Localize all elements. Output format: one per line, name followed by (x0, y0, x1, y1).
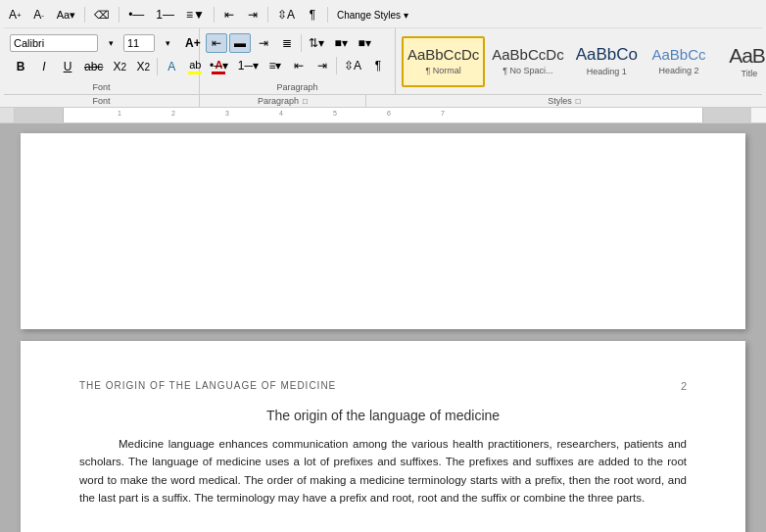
numbered-list-btn[interactable]: 1— (151, 4, 179, 25)
font-size-increase-btn[interactable]: A+ (4, 4, 26, 25)
doc-body: Medicine language enhances communication… (79, 435, 687, 508)
superscript-btn[interactable]: X2 (132, 57, 154, 76)
sort2-btn[interactable]: ⇳A (340, 56, 365, 75)
decrease-indent-btn[interactable]: ⇤ (218, 4, 240, 25)
page-header-title: THE ORIGIN OF THE LANGUAGE OF MEDICINE (79, 380, 336, 391)
para-row2: •─▾ 1─▾ ≡▾ ⇤ ⇥ ⇳A ¶ (206, 56, 389, 75)
toolbar-row1: A+ A- Aa▾ ⌫ •— 1— ≡▼ ⇤ ⇥ ⇳A ¶ Change Sty… (4, 2, 762, 28)
styles-label-row: Styles □ (366, 95, 762, 107)
style-title[interactable]: AaBI Title (715, 36, 766, 87)
style-h2-label: Heading 2 (658, 66, 698, 75)
ruler-white-area: 1 2 3 4 5 6 7 (64, 108, 702, 122)
toolbar-row2: Calibri ▾ 11 ▾ A+ A- B I U abc X2 X2 A a… (4, 28, 762, 94)
ruler-num-7: 7 (441, 110, 445, 117)
separator3 (214, 7, 215, 23)
subscript-btn[interactable]: X2 (109, 57, 130, 76)
line-spacing-btn[interactable]: ⇅▾ (305, 33, 328, 53)
change-case-btn[interactable]: Aa▾ (52, 4, 80, 25)
separator5 (327, 7, 328, 23)
align-right-btn[interactable]: ⇥ (253, 33, 274, 53)
ruler-num-3: 3 (225, 110, 229, 117)
bullets-btn[interactable]: •— (123, 4, 149, 25)
alignment-row: ⇤ ▬ ⇥ ≣ ⇅▾ ■▾ ■▾ (206, 33, 375, 53)
separator2 (119, 7, 120, 23)
sep-para2 (336, 57, 337, 74)
sep-para1 (301, 34, 302, 52)
multilevel-list-btn[interactable]: ≡▼ (181, 4, 210, 25)
pilcrow-btn[interactable]: ¶ (367, 56, 389, 75)
ruler-margin-right (702, 108, 751, 122)
borders-btn[interactable]: ■▾ (354, 33, 375, 53)
text-effects-btn[interactable]: A (161, 57, 182, 76)
change-styles-btn[interactable]: Change Styles ▾ (332, 4, 413, 25)
style-normal[interactable]: AaBbCcDc ¶ Normal (402, 36, 485, 87)
style-nospace-label: ¶ No Spaci... (503, 66, 552, 75)
ruler-margin-left (15, 108, 64, 122)
page-number: 2 (681, 380, 687, 392)
clear-formatting-btn[interactable]: ⌫ (89, 4, 115, 25)
style-nospace-preview: AaBbCcDc (492, 47, 563, 64)
style-heading2[interactable]: AaBbCc Heading 2 (645, 36, 713, 87)
decrease-indent2-btn[interactable]: ⇤ (288, 56, 310, 75)
italic-btn[interactable]: I (33, 57, 55, 76)
ruler-num-5: 5 (333, 110, 337, 117)
ruler-num-4: 4 (279, 110, 283, 117)
font-format-row: B I U abc X2 X2 A ab A (10, 57, 229, 76)
font-section: Calibri ▾ 11 ▾ A+ A- B I U abc X2 X2 A a… (4, 28, 200, 94)
font-label: Font (4, 95, 200, 107)
bold-btn[interactable]: B (10, 57, 31, 76)
style-h1-label: Heading 1 (587, 67, 627, 76)
style-heading1[interactable]: AaBbCo Heading 1 (571, 36, 643, 87)
paragraph-section: ⇤ ▬ ⇥ ≣ ⇅▾ ■▾ ■▾ •─▾ 1─▾ ≡▾ ⇤ ⇥ ⇳A ¶ Par… (200, 28, 396, 94)
section-labels-row: Font Paragraph □ Styles □ (4, 94, 762, 107)
paragraph-label-row: Paragraph □ (200, 95, 366, 107)
style-title-label: Title (742, 69, 758, 78)
ruler-corner[interactable] (0, 108, 15, 123)
bullets2-btn[interactable]: •─▾ (206, 56, 232, 75)
font-section-label: Font (4, 82, 199, 92)
doc-paragraph: Medicine language enhances communication… (79, 435, 687, 508)
ruler: 1 2 3 4 5 6 7 (0, 108, 766, 123)
shading-btn[interactable]: ■▾ (330, 33, 352, 53)
style-normal-label: ¶ Normal (425, 66, 460, 75)
font-size-dropdown-btn[interactable]: ▾ (157, 32, 178, 54)
style-h2-preview: AaBbCc (651, 47, 705, 64)
increase-indent2-btn[interactable]: ⇥ (311, 56, 333, 75)
ruler-num-1: 1 (118, 110, 121, 117)
strikethrough-btn[interactable]: abc (80, 57, 107, 76)
doc-title: The origin of the language of medicine (79, 408, 687, 423)
align-center-btn[interactable]: ▬ (229, 33, 251, 53)
page-1 (21, 133, 745, 329)
align-justify-btn[interactable]: ≣ (276, 33, 298, 53)
ruler-body: 1 2 3 4 5 6 7 (15, 108, 751, 122)
increase-indent-btn[interactable]: ⇥ (242, 4, 263, 25)
underline-btn[interactable]: U (57, 57, 78, 76)
show-formatting-btn[interactable]: ¶ (302, 4, 323, 25)
ruler-num-2: 2 (171, 110, 175, 117)
style-h1-preview: AaBbCo (576, 46, 638, 65)
toolbar: A+ A- Aa▾ ⌫ •— 1— ≡▼ ⇤ ⇥ ⇳A ¶ Change Sty… (0, 0, 766, 108)
font-name-row: Calibri ▾ 11 ▾ A+ A- (10, 32, 229, 54)
ruler-num-6: 6 (387, 110, 391, 117)
font-name-dropdown-btn[interactable]: ▾ (100, 32, 121, 54)
font-size-input[interactable]: 11 (123, 34, 155, 52)
page-header: THE ORIGIN OF THE LANGUAGE OF MEDICINE 2 (79, 380, 687, 392)
numbering2-btn[interactable]: 1─▾ (234, 56, 263, 75)
page-2: THE ORIGIN OF THE LANGUAGE OF MEDICINE 2… (21, 341, 745, 532)
sep-font1 (157, 58, 158, 75)
separator4 (267, 7, 268, 23)
style-normal-preview: AaBbCcDc (407, 47, 479, 64)
style-title-preview: AaBI (729, 44, 766, 67)
multilevel2-btn[interactable]: ≡▾ (264, 56, 286, 75)
sort-btn[interactable]: ⇳A (272, 4, 300, 25)
content-area: THE ORIGIN OF THE LANGUAGE OF MEDICINE 2… (0, 123, 766, 532)
styles-section: AaBbCcDc ¶ Normal AaBbCcDc ¶ No Spaci...… (396, 28, 766, 94)
style-no-spacing[interactable]: AaBbCcDc ¶ No Spaci... (487, 36, 568, 87)
paragraph-section-label: Paragraph (200, 82, 395, 92)
font-size-decrease-btn[interactable]: A- (28, 4, 50, 25)
align-left-btn[interactable]: ⇤ (206, 33, 227, 53)
separator1 (84, 7, 85, 23)
font-name-input[interactable]: Calibri (10, 34, 98, 52)
